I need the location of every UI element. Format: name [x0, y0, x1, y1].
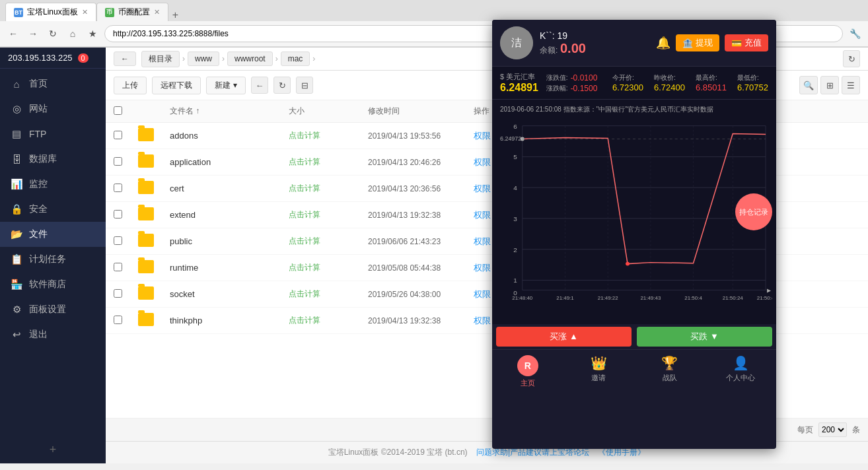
- path-www[interactable]: www: [188, 51, 219, 66]
- op-permissions-5[interactable]: 权限: [474, 263, 491, 273]
- topup-icon: 💳: [731, 38, 742, 48]
- tab-baota[interactable]: BT 宝塔Linux面板 ✕: [5, 3, 96, 21]
- path-root[interactable]: 根目录: [141, 51, 180, 67]
- svg-text:21:50:4: 21:50:4: [684, 295, 702, 301]
- compress-button[interactable]: ⊟: [296, 77, 313, 94]
- bell-button[interactable]: 🔔: [656, 34, 670, 51]
- file-name-5[interactable]: runtime: [170, 263, 198, 273]
- view-list-button[interactable]: ☰: [842, 76, 860, 94]
- op-permissions-2[interactable]: 权限: [474, 184, 491, 193]
- sidebar-item-logout[interactable]: ↩ 退出: [0, 322, 106, 347]
- topup-button[interactable]: 💳 充值: [725, 34, 768, 51]
- exchange-label: $ 美元汇率: [500, 72, 538, 82]
- new-button[interactable]: 新建 ▾: [206, 77, 246, 94]
- row-checkbox-0[interactable]: [114, 131, 122, 139]
- op-permissions-1[interactable]: 权限: [474, 157, 491, 167]
- withdraw-button[interactable]: 🏦 提现: [676, 34, 719, 51]
- tab-close-biquan[interactable]: ✕: [154, 8, 160, 17]
- path-back-button[interactable]: ←: [114, 51, 136, 66]
- row-checkbox-6[interactable]: [114, 289, 122, 298]
- buy-up-button[interactable]: 买涨 ▲: [496, 327, 632, 347]
- sidebar-item-settings[interactable]: ⚙ 面板设置: [0, 297, 106, 322]
- path-wwwroot[interactable]: wwwroot: [227, 51, 273, 66]
- footer-help-link[interactable]: 问题求助|产品建议请上宝塔论坛: [476, 448, 589, 457]
- view-search-button[interactable]: 🔍: [799, 76, 818, 94]
- refresh-button[interactable]: ↻: [273, 77, 291, 94]
- op-permissions-4[interactable]: 权限: [474, 236, 491, 246]
- path-mac[interactable]: mac: [281, 51, 310, 66]
- row-checkbox-4[interactable]: [114, 236, 122, 245]
- drop-row: 涨跌幅: -0.1500: [546, 84, 597, 93]
- col-header-name[interactable]: 文件名 ↑: [162, 100, 281, 123]
- col-header-date: 修改时间: [360, 100, 466, 123]
- op-permissions-6[interactable]: 权限: [474, 289, 491, 299]
- file-name-7[interactable]: thinkphp: [170, 316, 202, 325]
- sidebar-item-home[interactable]: ⌂ 首页: [0, 71, 106, 96]
- col-header-size: 大小: [281, 100, 360, 123]
- popup-nav-profile[interactable]: 👤 个人中心: [705, 350, 777, 393]
- popup-nav-invite[interactable]: 👑 邀请: [563, 350, 635, 393]
- path-refresh-button[interactable]: ↻: [843, 50, 860, 67]
- sidebar-item-monitor[interactable]: 📊 监控: [0, 172, 106, 197]
- sidebar-add-button[interactable]: +: [0, 436, 106, 463]
- col-header-icon: [130, 100, 162, 123]
- calc-link-1[interactable]: 点击计算: [289, 157, 320, 166]
- footer-manual-link[interactable]: 《使用手册》: [598, 448, 645, 457]
- op-permissions-0[interactable]: 权限: [474, 131, 491, 141]
- page-label: 每页: [797, 424, 813, 436]
- popup-avatar: 洁: [500, 26, 533, 59]
- view-grid-button[interactable]: ⊞: [820, 76, 839, 94]
- calc-link-7[interactable]: 点击计算: [289, 316, 320, 325]
- nav-bookmark-button[interactable]: ★: [85, 26, 100, 42]
- new-tab-button[interactable]: +: [168, 9, 182, 21]
- file-name-4[interactable]: public: [170, 236, 192, 246]
- sidebar-item-tasks[interactable]: 📋 计划任务: [0, 247, 106, 272]
- sidebar-item-ftp[interactable]: ▤ FTP: [0, 121, 106, 147]
- popup-nav-team[interactable]: 🏆 战队: [634, 350, 705, 393]
- file-name-0[interactable]: addons: [170, 131, 198, 141]
- file-name-1[interactable]: application: [170, 157, 211, 167]
- nav-back-button[interactable]: ←: [5, 26, 21, 42]
- row-checkbox-5[interactable]: [114, 263, 122, 271]
- file-name-2[interactable]: cert: [170, 184, 184, 193]
- op-permissions-7[interactable]: 权限: [474, 316, 491, 325]
- calc-link-6[interactable]: 点击计算: [289, 289, 320, 298]
- remote-download-button[interactable]: 远程下载: [152, 77, 201, 94]
- calc-link-2[interactable]: 点击计算: [289, 184, 320, 193]
- row-checkbox-7[interactable]: [114, 316, 122, 324]
- bar-label: 条: [852, 424, 860, 436]
- row-checkbox-1[interactable]: [114, 157, 122, 166]
- calc-link-0[interactable]: 点击计算: [289, 131, 320, 140]
- registered-icon: R: [517, 355, 538, 376]
- file-name-6[interactable]: socket: [170, 289, 195, 299]
- nav-refresh-button[interactable]: ↻: [45, 26, 61, 42]
- page-size-select[interactable]: 200 50 100: [818, 422, 847, 437]
- sidebar-item-security[interactable]: 🔒 安全: [0, 197, 106, 222]
- op-permissions-3[interactable]: 权限: [474, 210, 491, 220]
- tab-close-baota[interactable]: ✕: [82, 8, 88, 17]
- nav-forward-button[interactable]: →: [25, 26, 41, 42]
- sidebar-item-store[interactable]: 🏪 软件商店: [0, 272, 106, 297]
- row-checkbox-2[interactable]: [114, 184, 122, 192]
- upload-button[interactable]: 上传: [114, 77, 147, 94]
- svg-text:6: 6: [513, 123, 517, 130]
- sidebar-item-label-ftp: FTP: [29, 129, 46, 139]
- row-checkbox-3[interactable]: [114, 210, 122, 218]
- calc-link-4[interactable]: 点击计算: [289, 236, 320, 246]
- file-name-3[interactable]: extend: [170, 210, 196, 220]
- nav-home-button[interactable]: ⌂: [65, 26, 81, 42]
- calc-link-3[interactable]: 点击计算: [289, 210, 320, 219]
- select-all-checkbox[interactable]: [114, 106, 122, 115]
- sidebar-item-website[interactable]: ◎ 网站: [0, 96, 106, 121]
- buy-down-button[interactable]: 买跌 ▼: [637, 327, 772, 347]
- nav-left-button[interactable]: ←: [251, 77, 268, 94]
- popup-nav-home[interactable]: R 主页: [492, 350, 563, 393]
- float-history-button[interactable]: 持仓记录: [735, 193, 772, 230]
- calc-link-5[interactable]: 点击计算: [289, 263, 320, 272]
- sidebar-item-database[interactable]: 🗄 数据库: [0, 147, 106, 172]
- database-icon: 🗄: [11, 154, 22, 165]
- popup-user-info: K``: 19 余额: 0.00: [540, 30, 649, 56]
- extensions-button[interactable]: 🔧: [847, 26, 863, 42]
- sidebar-item-files[interactable]: 📂 文件: [0, 222, 106, 247]
- tab-biquan[interactable]: 币 币圈配置 ✕: [96, 3, 168, 21]
